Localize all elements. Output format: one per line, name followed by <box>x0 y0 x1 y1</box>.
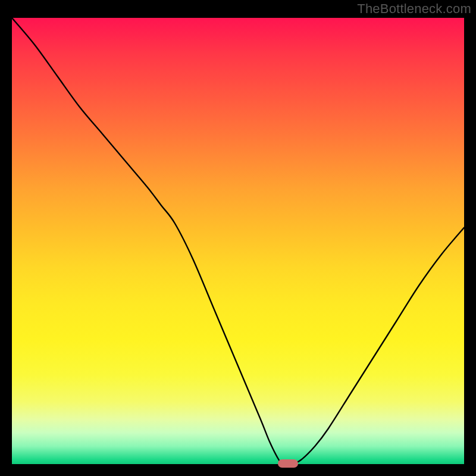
plot-area <box>12 18 464 464</box>
watermark-text: TheBottleneck.com <box>357 1 471 17</box>
chart-frame: TheBottleneck.com <box>0 0 476 476</box>
bottleneck-curve <box>12 18 464 464</box>
optimum-marker <box>278 459 298 468</box>
